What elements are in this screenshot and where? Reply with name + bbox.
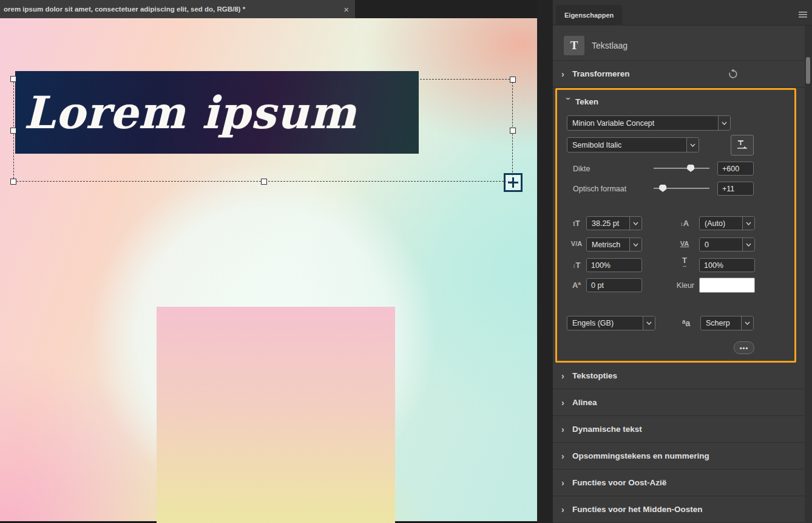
section-alinea[interactable]: › Alinea bbox=[553, 389, 805, 416]
transform-handle-bottom-left[interactable] bbox=[10, 179, 16, 185]
optical-size-slider[interactable] bbox=[654, 184, 709, 193]
section-transformeren[interactable]: › Transformeren bbox=[553, 61, 805, 87]
slider-thumb[interactable] bbox=[659, 185, 666, 192]
font-family-value: Minion Variable Concept bbox=[567, 119, 718, 128]
section-midden-oosten[interactable]: › Functies voor het Midden-Oosten bbox=[553, 496, 805, 523]
chevron-right-icon: › bbox=[561, 425, 570, 434]
font-size-value: 38.25 pt bbox=[587, 219, 629, 228]
chevron-down-icon bbox=[643, 316, 655, 330]
leading-value: (Auto) bbox=[700, 219, 742, 228]
section-teken: › Teken Minion Variable Concept Semibold… bbox=[555, 88, 796, 363]
chevron-right-icon: › bbox=[561, 478, 570, 488]
baseline-shift-icon: Aa bbox=[567, 281, 586, 290]
section-teken-header[interactable]: › Teken bbox=[557, 94, 794, 109]
section-dynamische-tekst[interactable]: › Dynamische tekst bbox=[553, 416, 805, 443]
font-size-select[interactable]: 38.25 pt bbox=[586, 216, 642, 230]
optical-size-label: Optisch formaat bbox=[573, 185, 626, 193]
reset-transform-icon[interactable] bbox=[728, 69, 739, 81]
weight-slider[interactable] bbox=[654, 164, 709, 173]
panel-tab-label: Eigenschappen bbox=[564, 12, 614, 19]
chevron-right-icon: › bbox=[561, 371, 570, 381]
kerning-icon: V/A bbox=[567, 240, 586, 247]
chevron-down-icon: › bbox=[564, 97, 573, 106]
tracking-select[interactable]: 0 bbox=[699, 238, 755, 251]
panel-header: Eigenschappen bbox=[553, 0, 812, 26]
chevron-right-icon: › bbox=[561, 505, 570, 514]
section-transformeren-label: Transformeren bbox=[572, 69, 630, 78]
slider-thumb[interactable] bbox=[687, 165, 694, 172]
section-tekstopties-label: Tekstopties bbox=[572, 371, 617, 380]
leading-select[interactable]: (Auto) bbox=[699, 216, 755, 230]
section-oost-azie-label: Functies voor Oost-Azië bbox=[572, 478, 666, 487]
chevron-right-icon: › bbox=[561, 398, 570, 408]
gradient-rectangle-layer[interactable] bbox=[157, 307, 395, 523]
layer-type-label: Tekstlaag bbox=[592, 41, 628, 50]
section-dynamische-tekst-label: Dynamische tekst bbox=[572, 425, 642, 434]
text-layer-badge-icon: T bbox=[564, 36, 584, 55]
transform-handle-plus-icon[interactable] bbox=[504, 173, 523, 192]
baseline-shift-field[interactable]: 0 pt bbox=[586, 278, 642, 292]
anti-alias-icon: aa bbox=[682, 318, 690, 328]
kerning-value: Metrisch bbox=[587, 241, 629, 249]
close-tab-icon[interactable]: × bbox=[343, 5, 349, 14]
anti-alias-select[interactable]: Scherp bbox=[700, 316, 754, 330]
section-tekstopties[interactable]: › Tekstopties bbox=[553, 363, 805, 389]
tracking-value: 0 bbox=[700, 241, 742, 249]
weight-label: Dikte bbox=[573, 165, 590, 173]
photoshop-app: orem ipsum dolor sit amet, consectetuer … bbox=[0, 0, 812, 523]
font-size-icon: tT bbox=[567, 219, 586, 228]
chevron-right-icon: › bbox=[561, 451, 570, 461]
weight-value-field[interactable]: +600 bbox=[717, 162, 754, 176]
anti-alias-value: Scherp bbox=[701, 319, 741, 327]
transform-handle-right-middle[interactable] bbox=[510, 128, 516, 134]
layer-info-row: T Tekstlaag bbox=[553, 32, 812, 60]
color-label: Kleur bbox=[665, 281, 694, 290]
chevron-down-icon bbox=[629, 217, 641, 230]
chevron-down-icon bbox=[629, 238, 641, 251]
transform-handle-top-right[interactable] bbox=[510, 77, 516, 83]
tab-eigenschappen[interactable]: Eigenschappen bbox=[556, 5, 622, 26]
horizontal-scale-icon: T↔ bbox=[675, 258, 694, 268]
more-options-button[interactable]: ••• bbox=[734, 341, 754, 354]
vertical-scale-icon: ↕T bbox=[567, 261, 586, 270]
section-teken-label: Teken bbox=[575, 97, 598, 106]
text-color-swatch[interactable] bbox=[699, 278, 755, 293]
font-family-select[interactable]: Minion Variable Concept bbox=[567, 115, 731, 131]
section-midden-oosten-label: Functies voor het Midden-Oosten bbox=[572, 505, 703, 514]
chevron-right-icon: › bbox=[561, 69, 570, 79]
transform-handle-top-left[interactable] bbox=[10, 76, 16, 82]
document-area: orem ipsum dolor sit amet, consectetuer … bbox=[0, 0, 537, 523]
chevron-down-icon bbox=[741, 316, 753, 330]
transform-handle-bottom-middle[interactable] bbox=[261, 179, 267, 185]
transform-handle-left-middle[interactable] bbox=[10, 128, 16, 134]
panel-menu-icon[interactable] bbox=[798, 10, 808, 21]
vertical-scale-field[interactable]: 100% bbox=[586, 258, 642, 272]
slider-track[interactable] bbox=[654, 168, 709, 169]
properties-panel: Eigenschappen T Tekstlaag › Transformere… bbox=[552, 0, 812, 523]
language-select[interactable]: Engels (GB) bbox=[567, 316, 655, 330]
chevron-down-icon bbox=[686, 138, 699, 152]
optical-size-value-field[interactable]: +11 bbox=[717, 182, 754, 196]
chevron-down-icon bbox=[742, 238, 754, 251]
panel-scrollbar[interactable] bbox=[805, 26, 812, 523]
variable-font-options-button[interactable] bbox=[731, 135, 754, 156]
tracking-icon: VA bbox=[675, 240, 694, 247]
chevron-down-icon bbox=[742, 217, 754, 230]
section-opsommingstekens-label: Opsommingstekens en nummering bbox=[572, 451, 709, 460]
leading-icon: ↕A bbox=[675, 219, 694, 228]
chevron-down-icon bbox=[718, 116, 730, 130]
section-alinea-label: Alinea bbox=[572, 398, 597, 407]
document-title: orem ipsum dolor sit amet, consectetuer … bbox=[4, 5, 337, 13]
kerning-select[interactable]: Metrisch bbox=[586, 238, 642, 251]
lorem-text: Lorem ipsum bbox=[15, 86, 357, 138]
document-tab-bar: orem ipsum dolor sit amet, consectetuer … bbox=[0, 0, 537, 18]
variable-font-sliders-icon bbox=[736, 138, 749, 152]
section-opsommingstekens[interactable]: › Opsommingstekens en nummering bbox=[553, 443, 805, 470]
document-tab[interactable]: orem ipsum dolor sit amet, consectetuer … bbox=[0, 0, 355, 18]
lorem-text-layer[interactable]: Lorem ipsum bbox=[15, 71, 419, 154]
font-style-value: Semibold Italic bbox=[567, 141, 686, 149]
horizontal-scale-field[interactable]: 100% bbox=[699, 258, 755, 272]
section-oost-azie[interactable]: › Functies voor Oost-Azië bbox=[553, 470, 805, 496]
font-style-select[interactable]: Semibold Italic bbox=[567, 137, 699, 152]
scrollbar-thumb[interactable] bbox=[806, 57, 810, 84]
